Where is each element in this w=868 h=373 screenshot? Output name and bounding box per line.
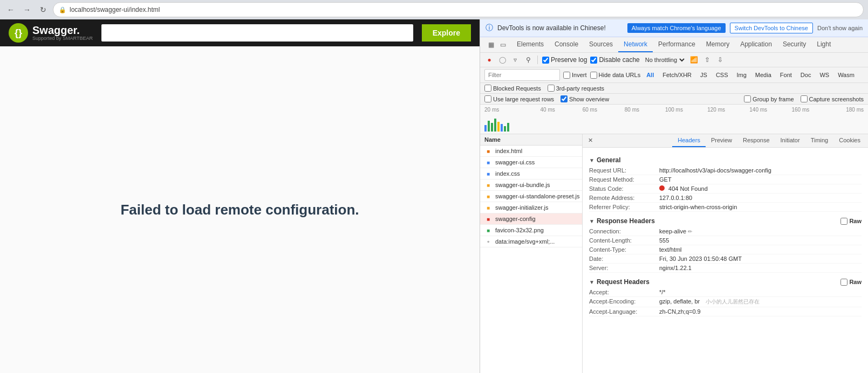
- filter-type-font[interactable]: Font: [777, 71, 795, 79]
- timeline-label-40ms: 40 ms: [527, 107, 569, 113]
- clear-icon[interactable]: ◯: [497, 55, 507, 65]
- accept-language-key: Accept-Language:: [589, 308, 659, 315]
- match-language-button[interactable]: Always match Chrome's language: [627, 23, 726, 33]
- throttling-select[interactable]: No throttling: [643, 56, 686, 64]
- filter-type-css[interactable]: CSS: [713, 71, 731, 79]
- hide-data-urls-checkbox[interactable]: Hide data URLs: [590, 72, 641, 79]
- filter-type-img[interactable]: Img: [734, 71, 749, 79]
- chart-bar-6: [501, 124, 503, 132]
- filter-type-doc[interactable]: Doc: [798, 71, 814, 79]
- network-item-favicon[interactable]: ■ favicon-32x32.png: [480, 225, 582, 236]
- swagger-content: Failed to load remote configuration.: [0, 46, 480, 373]
- tab-security[interactable]: Security: [777, 37, 811, 52]
- large-rows-checkbox[interactable]: Use large request rows: [484, 95, 554, 102]
- tab-memory[interactable]: Memory: [701, 37, 735, 52]
- tab-lighthouse[interactable]: Light: [811, 37, 836, 52]
- show-overview-checkbox[interactable]: Show overview: [561, 95, 609, 102]
- swagger-error-message: Failed to load remote configuration.: [120, 202, 359, 218]
- network-item-index-css[interactable]: ■ index.css: [480, 168, 582, 179]
- filter-type-wasm[interactable]: Wasm: [835, 71, 857, 79]
- tab-console[interactable]: Console: [549, 37, 584, 52]
- request-method-val: GET: [659, 176, 862, 183]
- search-icon[interactable]: ⚲: [523, 55, 533, 65]
- network-item-bundle-js[interactable]: ■ swagger-ui-bundle.js: [480, 179, 582, 191]
- disable-cache-checkbox[interactable]: Disable cache: [590, 56, 639, 64]
- css-file-icon-1: ■: [484, 158, 492, 166]
- network-item-label: swagger-ui-standalone-preset.js: [495, 193, 580, 199]
- tab-performance[interactable]: Performance: [653, 37, 701, 52]
- device-icon[interactable]: ▭: [497, 39, 508, 50]
- accept-val: */*: [659, 289, 862, 295]
- chart-bar-5: [497, 122, 500, 132]
- upload-icon[interactable]: ⇧: [702, 55, 712, 65]
- response-headers-section: ▼ Response Headers Raw: [589, 217, 862, 225]
- filter-type-fetchxhr[interactable]: Fetch/XHR: [660, 71, 694, 79]
- filter-type-media[interactable]: Media: [753, 71, 774, 79]
- details-tab-timing[interactable]: Timing: [805, 134, 834, 147]
- resp-content-length: Content-Length: 555: [589, 236, 862, 245]
- html-file-icon: ■: [484, 147, 492, 155]
- network-item-swagger-ui-css[interactable]: ■ swagger-ui.css: [480, 157, 582, 168]
- reload-button[interactable]: ↻: [37, 3, 50, 16]
- details-tab-cookies[interactable]: Cookies: [833, 134, 866, 147]
- edit-icon[interactable]: ✏: [688, 229, 692, 234]
- tab-elements[interactable]: Elements: [511, 37, 549, 52]
- swagger-search-input[interactable]: [101, 24, 413, 42]
- details-tab-response[interactable]: Response: [737, 134, 775, 147]
- watermark-text: 小小的人儿居然已存在: [706, 299, 760, 305]
- details-tab-headers[interactable]: Headers: [672, 134, 706, 147]
- tab-network[interactable]: Network: [618, 37, 653, 52]
- back-button[interactable]: ←: [4, 3, 17, 16]
- network-item-initializer-js[interactable]: ■ swagger-initializer.js: [480, 202, 582, 213]
- response-raw-checkbox[interactable]: Raw: [840, 218, 862, 225]
- filter-icon[interactable]: ▿: [510, 55, 520, 65]
- remote-address-key: Remote Address:: [589, 195, 659, 201]
- filter-type-ws[interactable]: WS: [817, 71, 832, 79]
- filter-row: Invert Hide data URLs All Fetch/XHR JS C…: [480, 67, 868, 83]
- network-item-label: index.css: [495, 170, 520, 177]
- capture-screenshots-checkbox[interactable]: Capture screenshots: [801, 95, 864, 102]
- swagger-name: Swagger.: [32, 25, 93, 36]
- request-headers-triangle: ▼: [589, 279, 594, 285]
- general-section-header: ▼ General: [589, 156, 862, 164]
- detail-status-code: Status Code: 404 Not Found: [589, 184, 862, 194]
- js-file-icon-3: ■: [484, 204, 492, 211]
- swagger-brand: Swagger. Supported by SMARTBEAR: [32, 25, 93, 41]
- dismiss-notification-button[interactable]: Don't show again: [817, 25, 863, 31]
- third-party-checkbox[interactable]: 3rd-party requests: [548, 85, 604, 92]
- request-raw-checkbox[interactable]: Raw: [840, 279, 862, 286]
- network-item-svg-data[interactable]: ⚬ data:image/svg+xml;...: [480, 236, 582, 247]
- network-item-index-html[interactable]: ■ index.html: [480, 146, 582, 157]
- content-length-val: 555: [659, 237, 862, 244]
- filter-type-all[interactable]: All: [644, 71, 657, 79]
- details-tab-preview[interactable]: Preview: [706, 134, 737, 147]
- inspect-icon[interactable]: ▦: [486, 39, 496, 50]
- preserve-log-checkbox[interactable]: Preserve log: [542, 56, 587, 64]
- tab-sources[interactable]: Sources: [584, 37, 618, 52]
- forward-button[interactable]: →: [20, 3, 33, 16]
- close-details-button[interactable]: ✕: [585, 134, 596, 147]
- content-length-key: Content-Length:: [589, 237, 659, 244]
- chart-bar-8: [507, 123, 509, 132]
- record-icon[interactable]: ●: [484, 55, 494, 65]
- download-icon[interactable]: ⇩: [715, 55, 725, 65]
- invert-checkbox[interactable]: Invert: [563, 72, 587, 79]
- swagger-explore-button[interactable]: Explore: [422, 24, 471, 42]
- switch-devtools-button[interactable]: Switch DevTools to Chinese: [730, 23, 813, 33]
- filter-input[interactable]: [484, 69, 560, 81]
- address-bar[interactable]: 🔒 localhost/swagger-ui/index.html: [53, 2, 864, 17]
- network-item-standalone-js[interactable]: ■ swagger-ui-standalone-preset.js: [480, 191, 582, 202]
- wifi-icon[interactable]: 📶: [689, 55, 699, 65]
- date-val: Fri, 30 Jun 2023 01:50:48 GMT: [659, 255, 862, 262]
- connection-val: keep-alive ✏: [659, 228, 862, 234]
- group-by-frame-checkbox[interactable]: Group by frame: [744, 95, 794, 102]
- connection-key: Connection:: [589, 228, 659, 234]
- details-tab-initiator[interactable]: Initiator: [775, 134, 805, 147]
- network-item-label: swagger-ui.css: [495, 159, 535, 165]
- blocked-requests-checkbox[interactable]: Blocked Requests: [484, 85, 541, 92]
- network-item-swagger-config[interactable]: ■ swagger-config: [480, 213, 582, 225]
- filter-type-js[interactable]: JS: [698, 71, 710, 79]
- tab-application[interactable]: Application: [735, 37, 777, 52]
- timeline-label-140ms: 140 ms: [737, 107, 780, 113]
- options-left: Use large request rows Show overview: [484, 95, 609, 102]
